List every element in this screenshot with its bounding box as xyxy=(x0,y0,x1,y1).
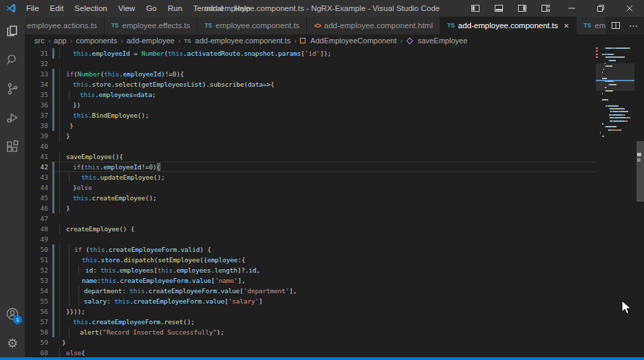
indent-guide xyxy=(59,275,60,286)
code-line[interactable]: 54department: this.createEmployeeForm.va… xyxy=(25,286,644,296)
menu-edit[interactable]: Edit xyxy=(45,1,69,15)
breadcrumb-item-add-employee[interactable]: add-employee xyxy=(127,36,175,45)
code-line[interactable]: 37this.BindEmployee(); xyxy=(25,110,644,120)
code-line[interactable]: 56}})); xyxy=(25,306,644,317)
tab-label: employee.effects.ts xyxy=(122,21,191,30)
line-text: salary: this.createEmployeeForm.value['s… xyxy=(59,296,263,306)
line-text: this.store.dispatch(setEmployee({employe… xyxy=(59,255,245,265)
code-line[interactable]: 48createEmployee() { xyxy=(25,224,644,234)
line-number: 35 xyxy=(25,89,48,100)
gutter xyxy=(48,286,59,296)
code-line[interactable]: 43this.updateEmployee(); xyxy=(25,172,644,182)
code-line[interactable]: 40 xyxy=(25,141,644,151)
gutter xyxy=(48,213,59,224)
line-number: 45 xyxy=(25,193,48,203)
minimap-line xyxy=(610,120,627,122)
indent-guide xyxy=(59,317,60,327)
sidebar-item-search[interactable] xyxy=(0,45,25,74)
line-number: 54 xyxy=(25,286,48,296)
code-line[interactable]: 53name:this.createEmployeeForm.value['na… xyxy=(25,275,644,286)
minimap[interactable] xyxy=(596,47,634,357)
minimap-line xyxy=(602,78,608,79)
code-line[interactable]: 34this.store.select(getEmployeesList).su… xyxy=(25,79,644,89)
menu-view[interactable]: View xyxy=(113,1,141,15)
breadcrumb-item-saveEmployee[interactable]: saveEmployee xyxy=(418,36,467,45)
indent-guide xyxy=(59,162,60,172)
code-line[interactable]: 52id: this.employees[this.employees.leng… xyxy=(25,265,644,275)
minimize-button[interactable] xyxy=(557,0,586,17)
code-editor[interactable]: 31this.employeeId = Number(this.activate… xyxy=(25,47,644,357)
line-number: 60 xyxy=(25,348,48,357)
minimap-slider[interactable] xyxy=(596,63,634,91)
code-line[interactable]: 38} xyxy=(25,120,644,131)
tab-close-icon[interactable]: ✕ xyxy=(564,22,569,30)
breadcrumb-item-src[interactable]: src xyxy=(34,36,45,45)
code-line[interactable]: 39} xyxy=(25,131,644,141)
layout-sidebar-right-icon[interactable] xyxy=(511,0,534,17)
code-line[interactable]: 41saveEmployee(){ xyxy=(25,151,644,162)
gutter xyxy=(48,317,59,327)
code-line[interactable]: 35this.employees=data; xyxy=(25,89,644,100)
indent-guide xyxy=(69,89,69,100)
breadcrumb-item-components[interactable]: components xyxy=(76,36,117,45)
sidebar-item-extensions[interactable] xyxy=(0,132,25,161)
tab-employee.actions.ts[interactable]: employee.actions.ts xyxy=(25,17,105,34)
code-line[interactable]: 55salary: this.createEmployeeForm.value[… xyxy=(25,296,644,306)
line-number: 41 xyxy=(25,151,48,162)
split-editor-icon[interactable] xyxy=(611,21,621,30)
code-line[interactable]: 59} xyxy=(25,337,644,348)
close-button[interactable] xyxy=(615,0,644,17)
window-controls xyxy=(464,0,644,17)
code-line[interactable]: 31this.employeeId = Number(this.activate… xyxy=(25,48,644,59)
code-line[interactable]: 58alert("Record Inserted Successfully"); xyxy=(25,327,644,337)
accounts-button[interactable]: 1 xyxy=(0,299,25,328)
code-line[interactable]: 46} xyxy=(25,203,644,213)
code-line[interactable]: 57this.createEmployeeForm.reset(); xyxy=(25,317,644,327)
breadcrumb-item-AddEmployeeComponent[interactable]: AddEmployeeComponent xyxy=(310,36,396,45)
tab-add-employee.component.ts[interactable]: TSadd-employee.component.ts✕ xyxy=(440,17,577,34)
line-text: } xyxy=(59,131,70,141)
vertical-scrollbar[interactable] xyxy=(636,47,644,357)
scrollbar-thumb[interactable] xyxy=(636,141,644,202)
sidebar-item-source-control[interactable] xyxy=(0,74,25,103)
layout-panel-icon[interactable] xyxy=(487,0,511,17)
customize-layout-icon[interactable] xyxy=(534,0,557,17)
code-line[interactable]: 47 xyxy=(25,213,644,224)
layout-sidebar-left-icon[interactable] xyxy=(464,0,487,17)
minimap-line xyxy=(600,132,601,134)
settings-button[interactable]: ⚙ xyxy=(0,328,25,357)
sidebar-item-run-debug[interactable] xyxy=(0,103,25,132)
breadcrumb-item-add-employee.component.ts[interactable]: add-employee.component.ts xyxy=(195,36,291,45)
sidebar-item-explorer[interactable] xyxy=(0,17,25,45)
line-text: }) xyxy=(59,100,80,110)
minimap-line xyxy=(610,117,630,118)
menu-run[interactable]: Run xyxy=(162,1,188,15)
menu-file[interactable]: File xyxy=(21,1,45,15)
line-text: this.store.select(getEmployeesList).subs… xyxy=(59,79,275,89)
line-text: name:this.createEmployeeForm.value['name… xyxy=(59,275,245,286)
gutter xyxy=(48,110,59,120)
menu-selection[interactable]: Selection xyxy=(69,1,112,15)
code-line[interactable]: 50if (this.createEmployeeForm.valid) { xyxy=(25,244,644,255)
menu-go[interactable]: Go xyxy=(140,1,162,15)
more-actions-icon[interactable]: ⋯ xyxy=(629,21,638,31)
vscode-logo-icon xyxy=(6,3,17,14)
line-text: } xyxy=(59,203,70,213)
line-text: } xyxy=(59,120,74,131)
line-number: 49 xyxy=(25,234,48,244)
code-line[interactable]: 33if(Number(this.employeeId)!=0){ xyxy=(25,69,644,79)
code-line[interactable]: 44}else xyxy=(25,182,644,193)
code-line[interactable]: 45this.createEmployee(); xyxy=(25,193,644,203)
restore-button[interactable] xyxy=(586,0,615,17)
code-line[interactable]: 36}) xyxy=(25,100,644,110)
tab-add-employee.component.html[interactable]: <>add-employee.component.html xyxy=(307,17,440,34)
code-line[interactable]: 42if(this.employeeId!=0){ xyxy=(25,162,644,172)
code-line[interactable]: 51this.store.dispatch(setEmployee({emplo… xyxy=(25,255,644,265)
code-line[interactable]: 32 xyxy=(25,59,644,69)
code-line[interactable]: 49 xyxy=(25,234,644,244)
tab-employee.effects.ts[interactable]: TSemployee.effects.ts xyxy=(105,17,198,34)
breadcrumb-item-app[interactable]: app xyxy=(54,36,66,45)
minimap-line xyxy=(602,54,614,55)
code-line[interactable]: 60else{ xyxy=(25,348,644,357)
tab-employee.component.ts[interactable]: TSemployee.component.ts xyxy=(197,17,307,34)
